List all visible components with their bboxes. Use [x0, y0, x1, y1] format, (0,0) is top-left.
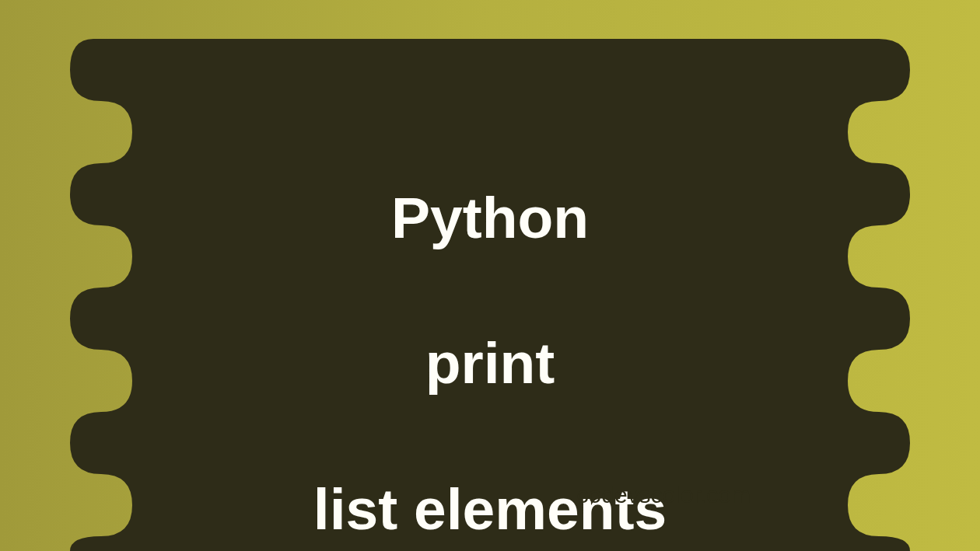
- title-line-1: Python: [391, 185, 589, 250]
- title-line-2: print: [425, 330, 555, 396]
- attribution-text: codevscolor.com: [577, 482, 751, 508]
